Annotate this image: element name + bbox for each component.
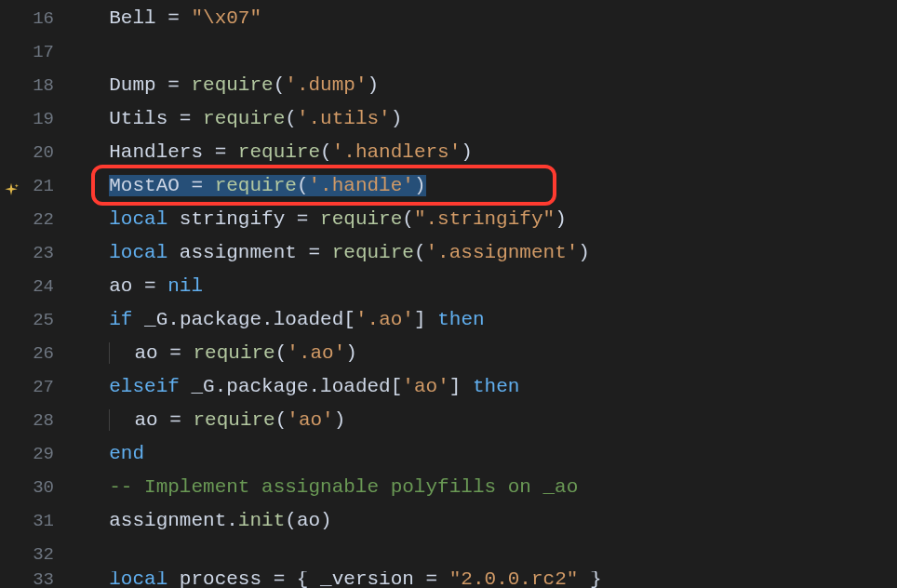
code-token: ( bbox=[285, 108, 297, 129]
code-line[interactable]: 27 elseif _G.package.loaded['ao'] then bbox=[0, 370, 897, 404]
line-number: 27 bbox=[0, 372, 86, 402]
code-content[interactable]: assignment.init(ao) bbox=[86, 504, 897, 538]
code-line[interactable]: 24 ao = nil bbox=[0, 270, 897, 303]
code-content[interactable]: ao = require('ao') bbox=[86, 404, 897, 437]
code-token: local bbox=[109, 242, 167, 263]
code-token: local bbox=[109, 208, 167, 230]
code-content[interactable]: Handlers = require('.handlers') bbox=[86, 136, 897, 169]
code-content[interactable]: local stringify = require(".stringify") bbox=[86, 203, 897, 236]
code-token: local bbox=[109, 571, 167, 588]
code-line[interactable]: 21 MostAO = require('.handle') bbox=[0, 169, 897, 203]
code-token bbox=[167, 571, 180, 588]
code-token: "\x07" bbox=[191, 7, 261, 29]
code-token: require bbox=[215, 175, 297, 196]
code-line[interactable]: 23 local assignment = require('.assignme… bbox=[0, 236, 897, 270]
code-content[interactable]: Bell = "\x07" bbox=[86, 2, 897, 35]
code-token: = bbox=[180, 175, 215, 196]
code-line[interactable]: 33 local process = { _version = "2.0.0.r… bbox=[0, 571, 897, 588]
code-token: loaded bbox=[274, 309, 344, 330]
code-token: = bbox=[285, 208, 320, 230]
code-line[interactable]: 25 if _G.package.loaded['.ao'] then bbox=[0, 303, 897, 337]
line-number: 31 bbox=[0, 506, 86, 536]
line-number: 26 bbox=[0, 339, 86, 368]
code-line[interactable]: 32 bbox=[0, 538, 897, 571]
line-number: 28 bbox=[0, 406, 86, 435]
code-content[interactable]: local assignment = require('.assignment'… bbox=[86, 236, 897, 270]
line-number: 18 bbox=[0, 71, 86, 100]
code-token: -- Implement assignable polyfills on _ao bbox=[109, 476, 578, 498]
code-token: require bbox=[332, 242, 414, 263]
code-line[interactable]: 28 ao = require('ao') bbox=[0, 404, 897, 437]
code-token: ) bbox=[334, 409, 346, 431]
code-token: MostAO bbox=[109, 175, 180, 196]
code-line[interactable]: 16 Bell = "\x07" bbox=[0, 2, 897, 35]
code-token: [ bbox=[343, 309, 355, 330]
line-number: 30 bbox=[0, 473, 86, 502]
code-line[interactable]: 29 end bbox=[0, 437, 897, 471]
code-content[interactable]: Utils = require('.utils') bbox=[86, 102, 897, 136]
line-number: 24 bbox=[0, 272, 86, 301]
code-token: ao bbox=[134, 409, 157, 431]
line-number: 22 bbox=[0, 205, 86, 234]
code-token: init bbox=[238, 510, 285, 531]
code-token: process bbox=[180, 571, 261, 588]
code-token: _G bbox=[191, 376, 214, 397]
code-token: assignment bbox=[109, 510, 226, 531]
code-content[interactable]: MostAO = require('.handle') bbox=[86, 169, 897, 203]
code-token: '.ao' bbox=[355, 309, 414, 330]
code-token: ] bbox=[449, 376, 462, 397]
code-content[interactable]: -- Implement assignable polyfills on _ao bbox=[86, 471, 897, 504]
code-token: = bbox=[414, 571, 449, 588]
code-token: ( bbox=[274, 74, 286, 96]
code-line[interactable]: 19 Utils = require('.utils') bbox=[0, 102, 897, 136]
code-token: ( bbox=[414, 242, 426, 263]
code-content[interactable]: Dump = require('.dump') bbox=[86, 69, 897, 102]
code-content[interactable]: if _G.package.loaded['.ao'] then bbox=[86, 303, 897, 337]
line-number: 16 bbox=[0, 4, 86, 33]
code-token: require bbox=[193, 342, 274, 364]
code-line[interactable]: 20 Handlers = require('.handlers') bbox=[0, 136, 897, 169]
code-token: '.handle' bbox=[308, 175, 413, 196]
line-number: 25 bbox=[0, 305, 86, 335]
line-number: 19 bbox=[0, 104, 86, 134]
code-token: require bbox=[238, 141, 320, 163]
code-line[interactable]: 30 -- Implement assignable polyfills on … bbox=[0, 471, 897, 504]
code-token: = bbox=[156, 74, 192, 96]
code-line[interactable]: 18 Dump = require('.dump') bbox=[0, 69, 897, 102]
code-token: Dump bbox=[109, 74, 155, 96]
code-token: . bbox=[167, 309, 180, 330]
code-token: ) bbox=[414, 175, 426, 196]
code-editor[interactable]: 16 Bell = "\x07"1718 Dump = require('.du… bbox=[0, 0, 897, 588]
code-content[interactable]: local process = { _version = "2.0.0.rc2"… bbox=[86, 571, 897, 588]
code-line[interactable]: 31 assignment.init(ao) bbox=[0, 504, 897, 538]
code-content[interactable]: elseif _G.package.loaded['ao'] then bbox=[86, 370, 897, 404]
code-token: '.dump' bbox=[285, 74, 367, 96]
code-token: ] bbox=[414, 309, 426, 330]
code-token: loaded bbox=[320, 376, 391, 397]
code-line[interactable]: 17 bbox=[0, 35, 897, 69]
code-token: ) bbox=[345, 342, 357, 364]
code-token: = bbox=[158, 342, 194, 364]
code-token: _version bbox=[320, 571, 414, 588]
code-line[interactable]: 22 local stringify = require(".stringify… bbox=[0, 203, 897, 236]
code-line[interactable]: 26 ao = require('.ao') bbox=[0, 337, 897, 370]
code-token: stringify bbox=[180, 208, 285, 230]
code-token: ( bbox=[275, 409, 288, 431]
code-token: nil bbox=[167, 275, 203, 297]
code-token: then bbox=[437, 309, 484, 330]
code-content[interactable]: end bbox=[86, 437, 897, 471]
code-token: ao bbox=[134, 342, 157, 364]
code-token bbox=[167, 242, 180, 263]
line-number: 33 bbox=[0, 571, 86, 588]
code-token: ) bbox=[578, 242, 590, 263]
code-token: '.utils' bbox=[297, 108, 391, 129]
code-token: ( bbox=[285, 510, 297, 531]
code-token bbox=[180, 376, 192, 397]
code-token: elseif bbox=[109, 376, 180, 397]
code-content[interactable]: ao = nil bbox=[86, 270, 897, 303]
code-token: ".stringify" bbox=[414, 208, 555, 230]
code-content[interactable]: ao = require('.ao') bbox=[86, 337, 897, 370]
line-number: 29 bbox=[0, 439, 86, 469]
code-token: 'ao' bbox=[287, 409, 333, 431]
code-token: ( bbox=[320, 141, 332, 163]
